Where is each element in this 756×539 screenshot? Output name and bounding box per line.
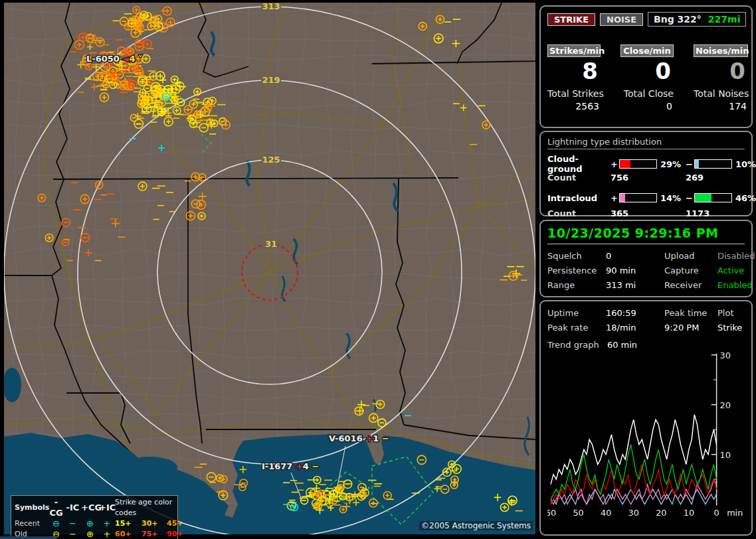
svg-text:20: 20: [720, 400, 731, 410]
map-legend: Symbols -CG -IC +CG +IC Strike age color…: [11, 495, 178, 539]
svg-text:60: 60: [547, 508, 556, 518]
circle-plus-icon: ⊕: [81, 529, 99, 539]
strike-trend-chart: 1020306050403020100min: [547, 351, 747, 522]
peak-rate-value: 18/min: [606, 321, 664, 335]
cg-neg-count: 269: [686, 173, 745, 183]
total-noises-value: 174: [694, 101, 748, 112]
squelch-value: 0: [606, 250, 664, 263]
persistence-label: Persistence: [547, 264, 606, 277]
cg-neg-pct: 10%: [732, 159, 756, 169]
plus-sign: +: [611, 193, 619, 203]
close-per-min-column: Close/min 0 Total Close 0: [620, 44, 674, 112]
counters-panel: STRIKE NOISE Bng 322°227mi Strikes/min 8…: [539, 5, 753, 128]
ring-label-31: 31: [265, 239, 277, 249]
range-value: 313 mi: [606, 279, 664, 292]
status-panel: 10/23/2025 9:29:16 PM Squelch 0 Upload D…: [539, 220, 753, 297]
trend-graph-label: Trend graph: [547, 340, 599, 350]
cg-pos-count: 756: [611, 173, 686, 183]
svg-text:0: 0: [714, 508, 719, 518]
ic-neg-count: 1173: [686, 208, 745, 218]
intracloud-label: Intracloud: [547, 193, 611, 203]
total-strikes-value: 2563: [547, 101, 601, 112]
total-noises-label: Total Noises: [694, 88, 748, 99]
intracloud-count-row: Count 365 1173: [547, 206, 745, 221]
age-60: 60+: [115, 529, 142, 539]
legend-col-ic-pos: +IC: [99, 502, 115, 513]
close-per-min-button[interactable]: Close/min: [620, 44, 674, 57]
ic-pos-count: 365: [611, 208, 686, 218]
noises-per-min-button[interactable]: Noises/min: [694, 44, 748, 57]
ic-neg-pct: 46%: [732, 193, 756, 203]
count-label: Count: [547, 173, 611, 183]
legend-recent-label: Recent: [15, 518, 48, 529]
svg-text:40: 40: [601, 508, 611, 518]
noises-per-min-value: 0: [694, 57, 748, 85]
count-label: Count: [547, 208, 611, 218]
tracker-label-I-1677: I-1677 +4 −: [262, 461, 319, 471]
uptime-value: 160:59: [606, 307, 664, 320]
radar-map[interactable]: 31125219313 L-6050 ◄4 ˅V-6016 +1 −I-1677…: [4, 3, 535, 534]
minus-icon: −: [64, 529, 81, 539]
age-15: 15+: [115, 518, 142, 529]
trend-panel: Uptime 160:59 Peak time Plot Peak rate 1…: [539, 300, 753, 536]
distribution-panel: Lightning type distribution Cloud-ground…: [539, 131, 753, 216]
close-per-min-value: 0: [620, 57, 674, 85]
receiver-label: Receiver: [664, 279, 717, 292]
noise-mode-button[interactable]: NOISE: [600, 13, 643, 26]
svg-text:20: 20: [656, 508, 666, 518]
tracker-label-L-6050: L-6050 ◄4 ˅: [86, 54, 142, 64]
bearing-readout: Bng 322°227mi: [648, 12, 746, 27]
minus-sign: −: [686, 159, 694, 169]
svg-text:30: 30: [720, 351, 731, 360]
legend-header-row: Symbols -CG -IC +CG +IC Strike age color…: [15, 497, 174, 518]
peak-rate-label: Peak rate: [547, 321, 606, 335]
strikes-per-min-button[interactable]: Strikes/min: [547, 44, 601, 57]
peak-time-label: Peak time: [664, 307, 717, 320]
age-30: 30+: [142, 518, 167, 529]
ring-label-219: 219: [262, 75, 280, 85]
uptime-label: Uptime: [547, 307, 606, 320]
receiver-status: Enabled: [717, 279, 755, 292]
strike-mode-button[interactable]: STRIKE: [547, 13, 595, 26]
cg-pos-bar: [619, 159, 657, 169]
cg-pos-pct: 29%: [657, 159, 686, 169]
legend-recent-row: Recent ⊖ − ⊕ + 15+ 30+ 45+: [15, 518, 174, 529]
age-45: 45+: [167, 518, 189, 529]
nexstorm-app: { "header": {"strike_btn":"STRIKE","nois…: [0, 0, 756, 539]
age-90: 90+: [167, 529, 189, 539]
circle-plus-icon: ⊕: [81, 518, 99, 529]
legend-col-cg-pos: +CG: [81, 502, 99, 513]
upload-status: Disabled: [717, 250, 755, 263]
age-75: 75+: [142, 529, 167, 539]
svg-text:10: 10: [684, 508, 694, 518]
total-strikes-label: Total Strikes: [547, 88, 601, 99]
total-close-value: 0: [620, 101, 674, 112]
ic-pos-bar: [619, 193, 657, 202]
svg-text:10: 10: [720, 450, 731, 460]
cloud-ground-row: Cloud-ground + 29% − 10%: [547, 154, 745, 170]
map-canvas: 31125219313 L-6050 ◄4 ˅V-6016 +1 −I-1677…: [4, 3, 535, 534]
plus-sign: +: [611, 159, 619, 169]
ic-neg-bar: [694, 193, 732, 202]
copyright-text: ©2005 Astrogenic Systems: [419, 521, 533, 530]
plot-label: Plot: [717, 307, 745, 320]
legend-col-ic-neg: -IC: [64, 502, 81, 513]
distribution-title: Lightning type distribution: [547, 137, 745, 149]
circle-minus-icon: ⊖: [48, 518, 64, 529]
capture-label: Capture: [664, 264, 717, 277]
cloud-ground-count-row: Count 756 269: [547, 170, 745, 185]
peak-time-value: 9:20 PM: [664, 321, 717, 335]
window-bottom-accent: [0, 536, 57, 539]
ic-pos-pct: 14%: [657, 193, 686, 203]
range-label: Range: [547, 279, 606, 292]
plus-icon: +: [99, 518, 115, 529]
total-close-label: Total Close: [620, 88, 674, 99]
svg-text:30: 30: [628, 508, 639, 518]
cg-neg-bar: [694, 159, 732, 169]
datetime-display: 10/23/2025 9:29:16 PM: [547, 226, 745, 244]
minus-icon: −: [64, 518, 81, 529]
intracloud-row: Intracloud + 14% − 46%: [547, 190, 745, 206]
plus-icon: +: [99, 529, 115, 539]
legend-symbols-label: Symbols: [15, 502, 48, 513]
upload-label: Upload: [664, 250, 717, 263]
